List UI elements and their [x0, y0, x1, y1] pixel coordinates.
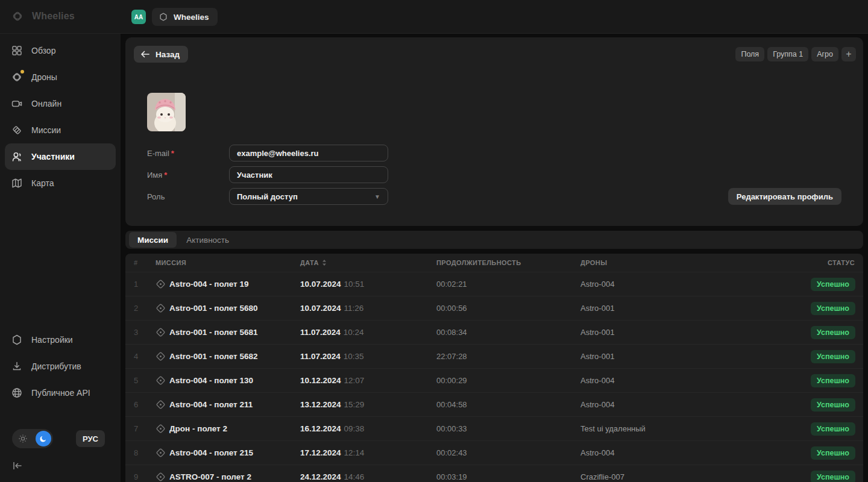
table-row[interactable]: 4 Astro-001 - полет 5682 11.07.202410:35…	[125, 345, 863, 369]
sidebar-item-label: Миссии	[31, 125, 61, 135]
collapse-sidebar-icon[interactable]	[11, 459, 24, 472]
time-value: 15:29	[344, 400, 365, 409]
tab-bar: Миссии Активность	[125, 231, 863, 249]
sidebar: Обзор Дроны Онлайн	[0, 34, 121, 482]
sidebar-item-label: Настройки	[31, 335, 73, 345]
table-row[interactable]: 9 ASTRO-007 - полет 2 24.12.202414:46 00…	[125, 465, 863, 482]
mission-cell: Astro-001 - полет 5680	[151, 303, 295, 313]
email-row: E-mail*	[147, 145, 388, 161]
col-header-num: #	[125, 259, 151, 266]
drones-cell: Astro-004	[576, 448, 719, 457]
mission-cell: ASTRO-007 - полет 2	[151, 472, 295, 482]
tab-missions[interactable]: Миссии	[129, 232, 177, 248]
role-select[interactable]: Полный доступ ▼	[229, 188, 388, 205]
mission-name: Astro-004 - полет 130	[169, 376, 253, 385]
globe-icon	[11, 387, 23, 399]
date-cell: 10.07.202411:26	[295, 304, 432, 313]
email-field[interactable]	[229, 145, 388, 161]
mission-diamond-icon	[156, 327, 166, 337]
role-row: Роль Полный доступ ▼	[147, 188, 388, 205]
mission-diamond-icon	[156, 303, 166, 313]
status-badge: Успешно	[811, 446, 855, 460]
date-value: 16.12.2024	[300, 424, 341, 433]
date-cell: 11.07.202410:35	[295, 352, 432, 361]
time-value: 14:46	[344, 472, 365, 481]
grid-icon	[11, 45, 23, 57]
sidebar-item-missions[interactable]: Миссии	[0, 117, 121, 143]
role-label: Роль	[147, 192, 229, 201]
tab-activity[interactable]: Активность	[178, 232, 237, 248]
time-value: 12:14	[344, 448, 365, 457]
mission-cell: Astro-001 - полет 5681	[151, 327, 295, 337]
status-cell: Успешно	[719, 350, 863, 363]
required-asterisk: *	[164, 171, 167, 180]
col-header-drones: ДРОНЫ	[576, 259, 719, 266]
sidebar-item-participants[interactable]: Участники	[5, 143, 116, 170]
date-value: 11.07.2024	[300, 352, 341, 361]
theme-toggle[interactable]	[12, 429, 53, 448]
status-cell: Успешно	[719, 374, 863, 387]
sidebar-item-distribution[interactable]: Дистрибутив	[0, 353, 121, 380]
sidebar-item-label: Обзор	[31, 46, 55, 55]
time-value: 10:35	[344, 352, 364, 361]
language-button[interactable]: РУС	[76, 430, 105, 447]
sidebar-item-online[interactable]: Онлайн	[0, 90, 121, 117]
missions-diamonds-icon	[11, 124, 23, 136]
status-cell: Успешно	[719, 446, 863, 460]
download-icon	[11, 360, 23, 372]
date-value: 13.12.2024	[300, 400, 341, 409]
edit-profile-button[interactable]: Редактировать профиль	[728, 188, 841, 205]
mission-diamond-icon	[156, 472, 166, 482]
drone-icon	[11, 71, 23, 83]
date-value: 10.07.2024	[300, 280, 341, 289]
status-badge: Успешно	[811, 471, 855, 482]
sidebar-item-label: Дистрибутив	[31, 362, 81, 371]
arrow-left-icon	[140, 50, 150, 58]
map-icon	[11, 177, 23, 189]
status-badge: Успешно	[811, 374, 855, 387]
date-cell: 11.07.202410:24	[295, 328, 432, 337]
sidebar-item-label: Онлайн	[31, 99, 61, 108]
table-row[interactable]: 3 Astro-001 - полет 5681 11.07.202410:24…	[125, 321, 863, 345]
table-row[interactable]: 6 Astro-004 - полет 211 13.12.202415:29 …	[125, 393, 863, 417]
workspace-chip[interactable]: Wheelies	[152, 8, 218, 26]
drones-cell: Astro-001	[576, 352, 719, 361]
profile-card: Назад Поля Группа 1 Агро +	[125, 37, 863, 226]
tag-chip[interactable]: Поля	[735, 47, 764, 61]
duration-cell: 22:07:28	[432, 352, 576, 361]
duration-cell: 00:00:33	[432, 424, 576, 433]
date-cell: 10.12.202412:07	[295, 376, 432, 385]
status-badge: Успешно	[811, 278, 855, 291]
mission-name: ASTRO-007 - полет 2	[169, 472, 251, 481]
sidebar-item-map[interactable]: Карта	[0, 170, 121, 196]
duration-cell: 00:04:58	[432, 400, 576, 409]
status-badge: Успешно	[811, 422, 855, 436]
sidebar-item-drones[interactable]: Дроны	[0, 64, 121, 90]
row-number: 9	[125, 472, 151, 481]
status-cell: Успешно	[719, 422, 863, 436]
mission-diamond-icon	[156, 375, 166, 386]
add-tag-button[interactable]: +	[841, 47, 856, 61]
sidebar-item-overview[interactable]: Обзор	[0, 37, 121, 64]
mission-diamond-icon	[156, 351, 166, 362]
user-avatar-badge[interactable]: AA	[131, 10, 146, 24]
name-field[interactable]	[229, 166, 388, 183]
table-row[interactable]: 5 Astro-004 - полет 130 10.12.202412:07 …	[125, 369, 863, 393]
tag-chip[interactable]: Группа 1	[767, 47, 808, 61]
table-row[interactable]: 2 Astro-001 - полет 5680 10.07.202411:26…	[125, 296, 863, 321]
sidebar-item-settings[interactable]: Настройки	[0, 327, 121, 353]
table-row[interactable]: 7 Дрон - полет 2 16.12.202409:38 00:00:3…	[125, 417, 863, 441]
mission-cell: Дрон - полет 2	[151, 424, 295, 434]
tag-list: Поля Группа 1 Агро +	[735, 47, 856, 61]
sidebar-item-public-api[interactable]: Публичное API	[0, 380, 121, 406]
col-header-date[interactable]: ДАТА	[295, 259, 432, 266]
table-row[interactable]: 1 Astro-004 - полет 19 10.07.202410:51 0…	[125, 272, 863, 296]
mission-name: Astro-004 - полет 19	[169, 280, 248, 289]
mission-name: Astro-004 - полет 215	[169, 448, 253, 457]
table-row[interactable]: 8 Astro-004 - полет 215 17.12.202412:14 …	[125, 441, 863, 465]
tag-chip[interactable]: Агро	[811, 47, 838, 61]
back-button[interactable]: Назад	[134, 46, 188, 63]
col-header-duration: ПРОДОЛЖИТЕЛЬНОСТЬ	[432, 259, 576, 266]
duration-cell: 00:02:21	[432, 280, 576, 289]
duration-cell: 00:02:43	[432, 448, 576, 457]
